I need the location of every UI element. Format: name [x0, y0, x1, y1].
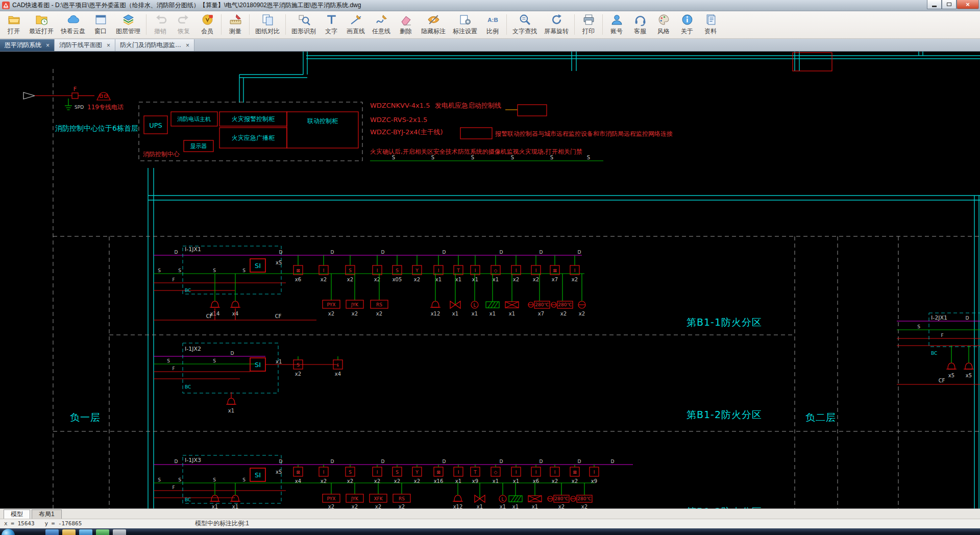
- svg-text:x2: x2: [533, 277, 539, 282]
- svg-text:x12: x12: [453, 504, 463, 508]
- svg-text:280℃: 280℃: [554, 496, 568, 501]
- toolbar-window[interactable]: 窗口: [89, 11, 112, 38]
- toolbar-about[interactable]: 关于: [675, 11, 699, 38]
- svg-text:x6: x6: [533, 478, 539, 484]
- tab-model[interactable]: 模型: [4, 509, 30, 519]
- taskbar-app-icon[interactable]: [62, 529, 76, 535]
- detector-device: T x9: [471, 465, 480, 484]
- maximize-button[interactable]: [942, 0, 957, 9]
- spd-label: SPD: [75, 105, 84, 110]
- toolbar-separator: [574, 14, 575, 35]
- svg-text:x1: x1: [435, 277, 442, 282]
- cable3-spec: WDZC-BYJ-2x4(主干线): [370, 128, 443, 136]
- taskbar-app-icon[interactable]: [96, 529, 109, 535]
- module-box: RS x2: [393, 483, 410, 508]
- svg-text:F: F: [172, 485, 175, 490]
- tab-layout1[interactable]: 布局1: [32, 509, 62, 519]
- taskbar-app-icon[interactable]: [113, 529, 126, 535]
- tab-close-icon[interactable]: ×: [107, 42, 110, 49]
- svg-text:S: S: [178, 268, 181, 273]
- toolbar-text-search[interactable]: 文字查找: [509, 11, 541, 38]
- minimize-button[interactable]: [927, 0, 942, 9]
- alarm-bell-symbol: x1: [226, 392, 236, 414]
- toolbar-recent-open[interactable]: 最近打开: [26, 11, 57, 38]
- linkage-cabinet-label: 联动控制柜: [307, 117, 338, 125]
- svg-text:x1: x1: [455, 478, 461, 484]
- drawing-canvas[interactable]: F SPD 119专线电话 消防控制中心位于6栋首层 UPS: [0, 52, 980, 508]
- taskbar-app-icon[interactable]: [79, 529, 92, 535]
- svg-text:D: D: [443, 250, 446, 255]
- top-feeder-lines: [239, 52, 980, 103]
- toolbar-freehand-line[interactable]: 任意线: [369, 11, 394, 38]
- svg-text:◇: ◇: [494, 470, 498, 475]
- toolbar-scale[interactable]: 比例: [481, 11, 504, 38]
- jx1-boundary: [183, 246, 281, 294]
- toolbar-cloud-drive[interactable]: 快看云盘: [57, 11, 89, 38]
- svg-text:x9: x9: [591, 478, 597, 484]
- svg-text:x2: x2: [560, 311, 567, 317]
- titlebar[interactable]: CAD快速看图 - D:\恩平项目\恩平外委蓝图（给排水、消防部分图纸）【算量】…: [0, 0, 980, 11]
- toolbar-shape-recognition[interactable]: 图形识别: [288, 11, 320, 38]
- tab-close-icon[interactable]: ×: [186, 42, 189, 49]
- toolbar-icon: [582, 13, 595, 26]
- svg-text:T: T: [473, 470, 477, 475]
- svg-text:I: I: [594, 470, 595, 475]
- toolbar-open[interactable]: 打开: [2, 11, 26, 38]
- detector-device: ⊠ x7: [550, 255, 559, 282]
- zone-b1-2-circuit: I-1JX2 D S S F BC SI x1 S x2: [154, 343, 342, 414]
- zone3-misc-symbols: x1 L x1 x1: [475, 483, 592, 508]
- detector-device: I x2: [319, 465, 328, 484]
- toolbar-drawing-compare[interactable]: 图纸对比: [252, 11, 283, 38]
- svg-text:x1: x1: [276, 359, 282, 364]
- toolbar-membership[interactable]: 会员: [195, 11, 219, 38]
- toolbar-customer-service[interactable]: 客服: [628, 11, 652, 38]
- detector-device: Y x2: [412, 255, 422, 282]
- svg-text:S: S: [167, 358, 170, 363]
- detector-device: ⊠ x16: [434, 465, 444, 484]
- toolbar-draw-line[interactable]: 画直线: [343, 11, 369, 38]
- tel-host-label: 消防电话主机: [177, 116, 211, 123]
- toolbar-screen-rotate[interactable]: 屏幕旋转: [541, 11, 572, 38]
- tab-label: 防火门及消防电源监…: [120, 41, 181, 50]
- toolbar-style[interactable]: 风格: [652, 11, 675, 38]
- svg-text:x1: x1: [228, 408, 234, 414]
- detector-device: ⊠ x6: [293, 255, 303, 282]
- svg-text:x1: x1: [232, 504, 238, 508]
- tab-close-icon[interactable]: ×: [46, 42, 50, 49]
- display-label: 显示器: [190, 143, 207, 150]
- toolbar-redo: 恢复: [172, 11, 195, 38]
- detector-device: ◇ x1: [491, 465, 500, 484]
- detector-device: I x2: [550, 465, 559, 484]
- svg-text:D: D: [500, 250, 503, 255]
- alarm-bell-symbol: x5: [964, 346, 974, 378]
- detector-device: I x2: [531, 255, 541, 282]
- svg-text:SI: SI: [255, 262, 261, 270]
- svg-text:L: L: [501, 497, 504, 502]
- svg-text:D: D: [966, 315, 969, 321]
- tab-enping-fire-system[interactable]: 恩平消防系统 ×: [0, 39, 55, 51]
- toolbar-hide-annotations[interactable]: 隐藏标注: [418, 11, 449, 38]
- toolbar-icon: [350, 13, 362, 26]
- toolbar-delete[interactable]: 删除: [394, 11, 418, 38]
- svg-text:I: I: [535, 470, 537, 475]
- toolbar-text[interactable]: 文字: [320, 11, 343, 38]
- close-button[interactable]: ×: [957, 0, 979, 9]
- svg-text:S: S: [242, 477, 246, 482]
- toolbar-measure[interactable]: 测量: [224, 11, 247, 38]
- toolbar-annotation-settings[interactable]: 标注设置: [449, 11, 481, 38]
- toolbar-print[interactable]: 打印: [577, 11, 600, 38]
- taskbar-app-icon[interactable]: [45, 529, 59, 535]
- svg-text:280℃: 280℃: [535, 302, 549, 307]
- canvas-area[interactable]: F SPD 119专线电话 消防控制中心位于6栋首层 UPS: [0, 52, 980, 508]
- toolbar-account[interactable]: 账号: [605, 11, 628, 38]
- detector-device: ⊠ x4: [293, 465, 303, 484]
- svg-text:x2: x2: [394, 478, 400, 484]
- toolbar-docs[interactable]: 资料: [699, 11, 722, 38]
- svg-text:x2: x2: [321, 478, 327, 484]
- start-button[interactable]: [2, 529, 15, 535]
- tab-fire-main-line-plan[interactable]: 消防干线平面图 ×: [55, 39, 115, 51]
- toolbar-layer-manager[interactable]: 图层管理: [112, 11, 144, 38]
- tab-fire-door-power-monitor[interactable]: 防火门及消防电源监… ×: [115, 39, 194, 51]
- fuse-symbol: [72, 93, 78, 99]
- toolbar-icon: [94, 13, 107, 26]
